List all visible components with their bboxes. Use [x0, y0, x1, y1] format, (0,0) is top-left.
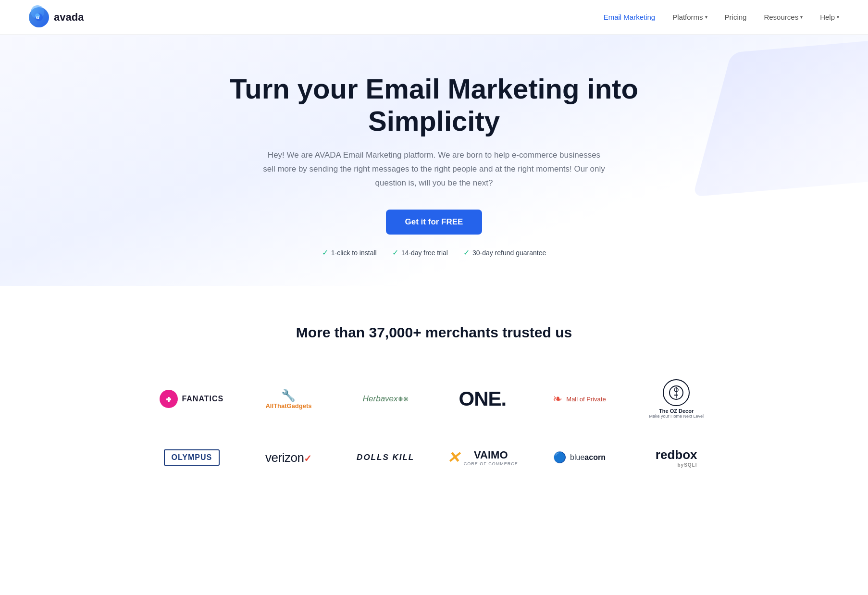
logo-dollskill: DOLLS KILL — [339, 443, 432, 472]
logos-grid: FANATICS 🔧 AllThatGadgets Herbavex❋❋ ONE… — [146, 370, 722, 477]
merchants-title: More than 37,000+ merchants trusted us — [29, 324, 839, 341]
vaimo-label: VAIMO — [464, 449, 518, 461]
logo-verizon: verizon✓ — [243, 441, 335, 475]
logo-icon: a — [29, 7, 49, 27]
logo-allgadgets: 🔧 AllThatGadgets — [243, 379, 335, 419]
vaimo-x-icon: ✕ — [447, 448, 460, 467]
logo-mallofprivate: ❧ Mall of Private — [533, 383, 626, 415]
fanatics-label: FANATICS — [182, 395, 223, 403]
logo-one: ONE. — [436, 378, 529, 420]
hero-section: Turn your Email Marketing into Simplicit… — [0, 35, 868, 286]
svg-rect-5 — [166, 398, 171, 400]
nav-help[interactable]: Help ▾ — [820, 13, 839, 21]
nav-resources[interactable]: Resources ▾ — [764, 13, 803, 21]
navigation: a avada Email Marketing Platforms ▾ Pric… — [0, 0, 868, 35]
merchants-section: More than 37,000+ merchants trusted us F… — [0, 286, 868, 506]
logo-text: avada — [54, 11, 84, 24]
feature-refund: ✓ 30-day refund guarantee — [463, 248, 546, 257]
nav-pricing[interactable]: Pricing — [725, 13, 747, 21]
nav-platforms[interactable]: Platforms ▾ — [672, 13, 707, 21]
chevron-down-icon: ▾ — [705, 14, 707, 20]
mall-label: Mall of Private — [566, 396, 606, 403]
hero-subtitle: Hey! We are AVADA Email Marketing platfo… — [261, 149, 607, 190]
allgadgets-label: AllThatGadgets — [265, 402, 311, 409]
svg-rect-9 — [674, 395, 678, 396]
one-label: ONE. — [459, 387, 506, 410]
herbavex-label: Herbavex❋❋ — [363, 394, 409, 404]
chevron-down-icon: ▾ — [800, 14, 803, 20]
hero-title: Turn your Email Marketing into Simplicit… — [218, 73, 650, 137]
logo-fanatics: FANATICS — [146, 380, 238, 418]
check-icon: ✓ — [322, 248, 328, 257]
blueacorn-icon: 🔵 — [553, 451, 566, 464]
logo-blueacorn: 🔵 blueacorn — [533, 442, 626, 473]
olympus-label: OLYMPUS — [164, 449, 220, 466]
feature-1click: ✓ 1-click to install — [322, 248, 377, 257]
redbox-sublabel: bySQLI — [656, 462, 697, 468]
vaimo-sublabel: CORE OF COMMERCE — [464, 461, 518, 466]
check-icon: ✓ — [463, 248, 470, 257]
ozdecor-sublabel: Make your Home Next Level — [649, 414, 704, 419]
ozdecor-label: The OZ Decor — [649, 408, 704, 414]
logo-redbox: redbox bySQLI — [630, 438, 722, 477]
logo[interactable]: a avada — [29, 7, 84, 27]
chevron-down-icon: ▾ — [837, 14, 839, 20]
mall-icon: ❧ — [553, 392, 562, 406]
check-icon: ✓ — [392, 248, 398, 257]
redbox-label: redbox — [656, 447, 697, 462]
hero-features: ✓ 1-click to install ✓ 14-day free trial… — [29, 248, 839, 257]
nav-links: Email Marketing Platforms ▾ Pricing Reso… — [604, 13, 839, 21]
nav-email-marketing[interactable]: Email Marketing — [604, 13, 656, 21]
svg-text:a: a — [36, 14, 39, 20]
feature-trial: ✓ 14-day free trial — [392, 248, 448, 257]
dollskill-label: DOLLS KILL — [357, 453, 414, 462]
ozdecor-circle-icon — [663, 379, 690, 406]
blueacorn-label: blueacorn — [570, 453, 606, 462]
logo-olympus: OLYMPUS — [146, 440, 238, 475]
cta-button[interactable]: Get it for FREE — [386, 210, 483, 235]
allgadgets-icon: 🔧 — [265, 389, 311, 402]
fanatics-heart-icon — [160, 390, 178, 408]
verizon-label: verizon✓ — [265, 450, 312, 465]
logo-herbavex: Herbavex❋❋ — [339, 384, 432, 413]
logo-ozdecor: The OZ Decor Make your Home Next Level — [630, 370, 722, 428]
logo-vaimo: ✕ VAIMO CORE OF COMMERCE — [436, 439, 529, 476]
